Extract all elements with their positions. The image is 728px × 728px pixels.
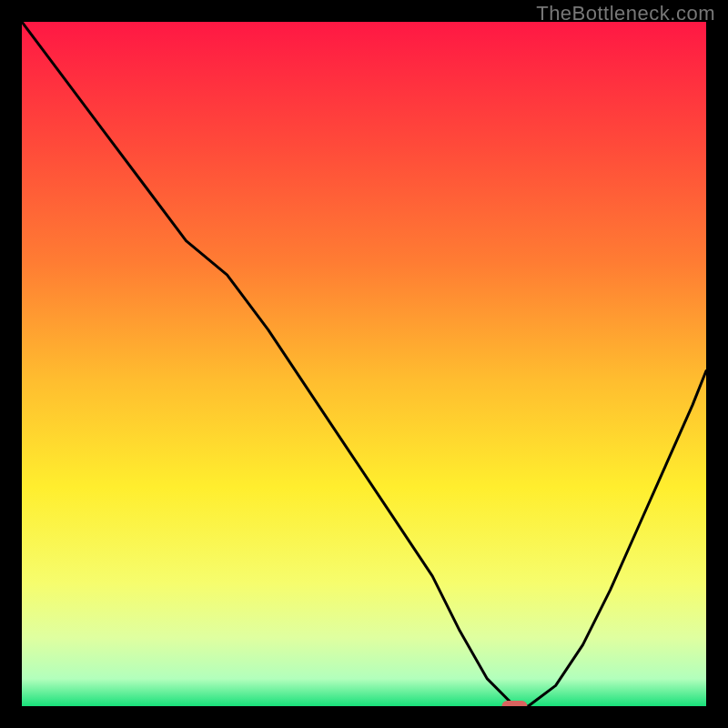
watermark-text: TheBottleneck.com [536,2,715,25]
plot-area [22,22,706,706]
chart-frame: TheBottleneck.com [0,0,728,728]
chart-svg [22,22,706,706]
marker-optimal-point [501,701,527,706]
